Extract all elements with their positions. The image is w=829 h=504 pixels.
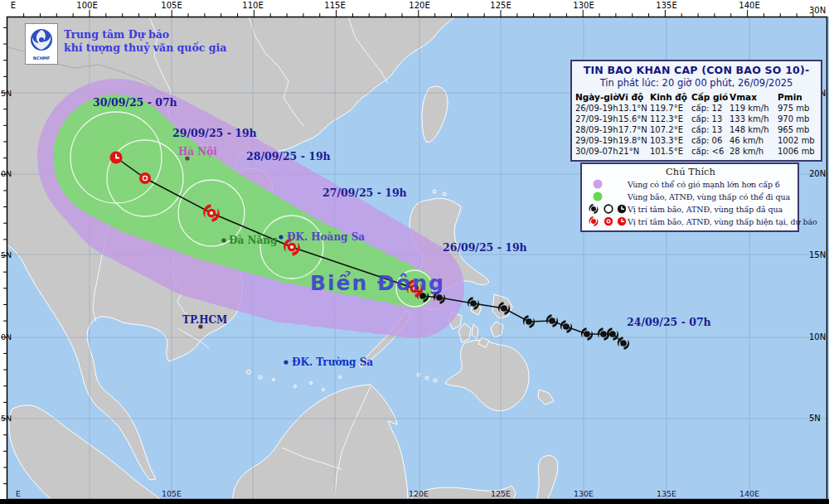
table-cell: 30/09-07h (575, 146, 618, 157)
legend-area-swatch (586, 178, 626, 190)
longitude-label-top: 100E (76, 1, 97, 10)
table-cell: 119.7°E (650, 103, 691, 114)
forecast-table-header: Ngày-giờVĩ độKinh độCấp gióVmaxPmin (575, 91, 817, 103)
typhoon-eye (290, 245, 293, 249)
legend-item: Vùng có thể có gió mạnh lớn hơn cấp 6 (586, 178, 795, 190)
table-cell: 119 km/h (730, 103, 778, 114)
table-cell: Cấp gió (691, 91, 730, 103)
longitude-label-top: 105E (161, 1, 182, 10)
island-spratly (339, 376, 342, 379)
legend-item-label: Vùng có thể có gió mạnh lớn hơn cấp 6 (628, 180, 795, 189)
legend-items: Vùng có thể có gió mạnh lớn hơn cấp 6Vùn… (586, 178, 795, 227)
table-cell: 148 km/h (730, 124, 778, 135)
longitude-label-top: 115E (324, 1, 345, 10)
table-cell: 101.5°E (650, 146, 691, 157)
longitude-label-top: 130E (573, 1, 594, 10)
legend-item-label: Vị trí tâm bão, ATNĐ, vùng thấp hiện tại… (628, 217, 817, 226)
longitude-label-bottom: 135E (657, 489, 676, 498)
longitude-label-bottom: 130E (574, 489, 594, 498)
longitude-label-bottom: E (16, 489, 21, 498)
forecast-table-row: 28/09-19h17.7°N107.2°Ecấp: 13148 km/h965… (575, 124, 817, 135)
table-cell: 27/09-19h (575, 114, 618, 124)
city-dot (284, 360, 288, 364)
longitude-label-bottom: 105E (162, 489, 182, 498)
latitude-label-right: 30N (809, 6, 826, 15)
legend-box: Chú Thích Vùng có thể có gió mạnh lớn hơ… (580, 162, 799, 232)
bulletin-info-box: TIN BAO KHAN CAP (CON BAO SO 10)- Tin ph… (570, 60, 822, 162)
agency-logo: NCHMF (25, 23, 58, 65)
latitude-label-right: 20N (809, 169, 826, 178)
city-dot (221, 238, 225, 242)
agency-name: Trung tâm Dự báo khí tượng thuỷ văn quốc… (64, 23, 226, 56)
table-cell: 965 mb (778, 124, 814, 135)
table-cell: 28/09-19h (575, 124, 618, 135)
latitude-label-right: 15N (809, 250, 826, 259)
bulletin-issued-time: Tin phát lúc: 20 giờ 00 phút, 26/09/2025 (575, 77, 817, 89)
forecast-table-row: 26/09-19h13.1°N119.7°Ecấp: 12119 km/h975… (575, 103, 817, 114)
track-date-label: 26/09/25 - 19h (443, 241, 527, 254)
legend-item: Vị trí tâm bão, ATNĐ, vùng thấp đã qua (586, 203, 795, 215)
city-label: ĐK. Hoàng Sa (287, 231, 365, 243)
track-date-label: 24/09/25 - 07h (627, 316, 711, 328)
table-cell: 28 km/h (730, 146, 778, 157)
forecast-table-row: 27/09-19h15.6°N112.3°Ecấp: 13133 km/h970… (575, 114, 817, 124)
table-cell: 133 km/h (730, 114, 778, 124)
table-cell: cấp: 12 (691, 103, 730, 114)
sea-name-label: Biển Đông (310, 270, 445, 295)
table-cell: 1006 mb (778, 146, 814, 157)
longitude-label-top: 125E (490, 1, 511, 10)
island-sulu (434, 379, 437, 382)
longitude-label-top: 120E (409, 1, 429, 10)
city-label: Đà Nẵng (229, 234, 278, 246)
legend-title: Chú Thích (586, 166, 795, 177)
island-condao (259, 376, 262, 379)
city-label: Hà Nội (178, 146, 217, 158)
agency-logo-text: NCHMF (33, 56, 50, 61)
typhoon-eye (210, 211, 213, 215)
island-sulu (425, 376, 429, 380)
table-cell: 107.2°E (650, 124, 691, 135)
longitude-label-top: 140E (739, 1, 759, 10)
table-cell: 970 mb (778, 114, 814, 124)
longitude-label-top: 135E (656, 1, 676, 10)
agency-branding: NCHMF Trung tâm Dự báo khí tượng thuỷ vă… (25, 23, 226, 65)
longitude-label-bottom: 125E (491, 489, 511, 498)
track-date-label: 29/09/25 - 19h (172, 127, 257, 139)
typhoon-forecast-map: Biển Đông30/09/25 - 07h29/09/25 - 19h28/… (0, 0, 829, 504)
island-spratly (294, 385, 297, 388)
city-label: TP.HCM (182, 314, 227, 326)
forecast-table-row: 29/09-19h19.8°N103.3°Ecấp: 0646 km/h1002… (575, 135, 817, 146)
legend-item-label: Vùng bão, ATNĐ, vùng thấp có thể đi qua (628, 192, 795, 201)
table-cell: 103.3°E (650, 135, 691, 146)
depression-marker (139, 172, 151, 184)
latitude-label-left: 5N (1, 414, 12, 423)
longitude-label-bottom: 140E (739, 489, 759, 498)
legend-item: Vùng bão, ATNĐ, vùng thấp có thể đi qua (586, 191, 795, 202)
table-cell: 1002 mb (778, 135, 814, 146)
bulletin-title: TIN BAO KHAN CAP (CON BAO SO 10)- (575, 64, 817, 76)
table-cell: 15.6°N (618, 114, 650, 124)
table-cell: cấp: 06 (691, 135, 730, 146)
island-spratly (310, 382, 313, 385)
island-spratly (322, 389, 325, 391)
agency-logo-emblem (29, 28, 54, 55)
table-cell: cấp: 13 (691, 114, 730, 124)
longitude-label-bottom: 120E (409, 489, 429, 498)
table-cell: 112.3°E (650, 114, 691, 124)
table-cell: 46 km/h (730, 135, 778, 146)
longitude-label-top: 110E (242, 1, 263, 10)
latitude-label-right: 10N (809, 332, 826, 342)
forecast-table: Ngày-giờVĩ độKinh độCấp gióVmaxPmin26/09… (575, 91, 817, 157)
forecast-table-row: 30/09-07h21°N101.5°Ecấp: <628 km/h1006 m… (575, 146, 817, 157)
legend-item: Vị trí tâm bão, ATNĐ, vùng thấp hiện tại… (586, 216, 795, 227)
longitude-label-top: E (11, 1, 16, 10)
table-cell: Ngày-giờ (575, 91, 618, 103)
legend-symbol-swatch (586, 216, 626, 227)
track-date-label: 30/09/25 - 07h (93, 96, 177, 109)
island-condao (247, 371, 251, 375)
legend-area-swatch (586, 191, 626, 202)
table-cell: cấp: 13 (691, 124, 730, 135)
island-babuyan (433, 190, 436, 193)
table-cell: Vmax (730, 91, 778, 103)
table-cell: 26/09-19h (575, 103, 618, 114)
